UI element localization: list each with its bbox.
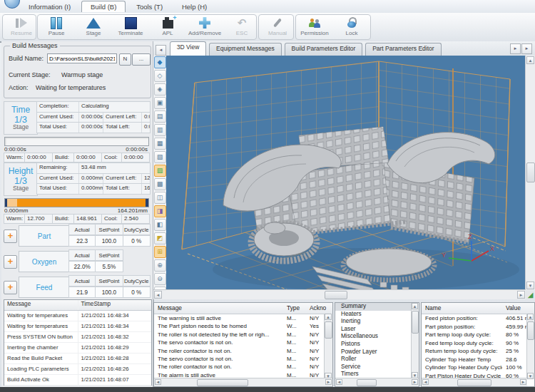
time-wbc-row: Warm: 0:00:00 Build: 0:00:00 Cool: 0:00:…	[4, 153, 150, 163]
group-item-powder-layer[interactable]: Powder Layer	[335, 349, 419, 356]
build-messages-title: Build Messages	[10, 42, 60, 49]
viewport-hscrollbar[interactable]: ◄ ►	[153, 289, 526, 299]
permission-button[interactable]: Permission	[296, 15, 333, 39]
terminate-button[interactable]: Terminate	[112, 15, 149, 39]
tab-part-parameters-editor[interactable]: Part Parameters Editor	[365, 43, 441, 56]
highlight-icon[interactable]: ◩	[154, 232, 166, 244]
menu-build[interactable]: Build (B)	[81, 1, 126, 12]
wireframe-icon[interactable]: ▧	[154, 151, 166, 163]
group-item-service[interactable]: Service	[335, 363, 419, 371]
params-header[interactable]: Name Value	[422, 303, 534, 314]
shaded-view-icon[interactable]: ▨	[154, 165, 166, 177]
oxygen-expand-button[interactable]: +	[4, 255, 17, 269]
show-parts-icon[interactable]: ◫	[154, 192, 166, 204]
alert-row[interactable]: The servo contactor is not on.M...N/Y	[154, 355, 332, 363]
viewport-vscrollbar[interactable]: ▲ ▼	[525, 56, 535, 290]
build-chamber-3d-scene[interactable]: Z X Y	[166, 56, 526, 290]
group-item-laser[interactable]: Laser	[335, 326, 419, 334]
log-row[interactable]: Waiting for temperatures1/21/2021 16:48:…	[4, 311, 151, 321]
log-row[interactable]: Read the Build Packet1/21/2021 16:48:28	[4, 354, 151, 364]
param-row[interactable]: Feed piston position:406.51 mm	[422, 314, 534, 323]
stage-button[interactable]: Stage	[75, 15, 112, 39]
add-remove-icon	[199, 16, 210, 29]
param-row[interactable]: Cylinder Top Heater Temp28.6	[422, 356, 534, 364]
param-row[interactable]: Return temp loop duty cycle:25 %	[422, 347, 534, 356]
log-row[interactable]: Loading PLC parameters1/21/2021 16:48:26	[4, 364, 151, 375]
manual-button[interactable]: Manual	[259, 15, 296, 39]
alert-row[interactable]: The Part piston needs to be homedW...Yes	[154, 322, 332, 330]
group-item-miscellaneous[interactable]: Miscellaneous	[335, 333, 419, 341]
view-back-icon[interactable]: ▣	[154, 97, 166, 109]
alert-row[interactable]: The roller contactor is not on.M...N/Y	[154, 363, 332, 371]
group-item-heaters[interactable]: Heaters	[335, 311, 419, 319]
height-block: Height 1/3 Stage Remaining:53.48 mm Curr…	[1, 163, 153, 221]
fill-icon[interactable]: ⊞	[154, 246, 166, 258]
zoom-in-icon[interactable]: ⊕	[154, 259, 166, 272]
bounding-box-icon[interactable]: ◧	[154, 219, 166, 231]
tab-3d-view[interactable]: 3D View	[170, 41, 207, 56]
alert-row[interactable]: The roller is not detected by the left o…	[154, 331, 332, 339]
param-row[interactable]: Part piston position:459.99 mm	[422, 323, 534, 331]
feed-expand-button[interactable]: +	[4, 281, 17, 294]
build-name-n-button[interactable]: N	[119, 53, 131, 66]
layers-icon[interactable]: ▩	[154, 178, 166, 190]
time-progress-bar	[4, 137, 149, 146]
menu-help[interactable]: Help (H)	[173, 1, 215, 12]
groups-hscrollbar[interactable]: ◄ ►	[335, 378, 419, 386]
height-progress-bar	[4, 198, 149, 207]
build-log-header[interactable]: Message TimeStamp	[4, 300, 151, 311]
permission-icon	[309, 16, 320, 29]
view-left-icon[interactable]: ▤	[154, 110, 166, 123]
log-row[interactable]: Build Activate Ok1/21/2021 16:48:07	[4, 375, 151, 386]
view-top-icon[interactable]: ◇	[154, 70, 166, 82]
pause-button[interactable]: Pause	[38, 15, 75, 39]
tab-scroll-left-button[interactable]: ◄	[156, 45, 166, 56]
time-stage-header: Time 1/3 Stage	[4, 101, 38, 135]
params-hscrollbar[interactable]: ◄ ►	[422, 378, 527, 386]
group-item-pistons[interactable]: Pistons	[335, 341, 419, 349]
app-orb-icon[interactable]	[4, 0, 20, 9]
group-item-inerting[interactable]: Inerting	[335, 318, 419, 326]
tab-scroll-end-button[interactable]: ►	[521, 43, 532, 54]
tab-equipment-messages[interactable]: Equipment Messages	[209, 43, 282, 56]
view-right-icon[interactable]: ▥	[154, 124, 166, 136]
alert-row[interactable]: The roller contactor is not on.M...N/Y	[154, 347, 332, 355]
log-row[interactable]: Inerting the chamber1/21/2021 16:48:29	[4, 343, 151, 354]
param-row[interactable]: Part temp loop duty cycle:80 %	[422, 331, 534, 339]
alerts-header[interactable]: Message Type Ackno	[154, 303, 332, 314]
tab-build-parameters-editor[interactable]: Build Parameters Editor	[285, 43, 363, 56]
view-iso-icon[interactable]: ◆	[154, 56, 166, 68]
menu-tools[interactable]: Tools (T)	[128, 1, 171, 12]
height-wbc-row: Warm: 12.700 Build: 148.961 Cool: 2.540	[4, 214, 150, 224]
group-item-roller[interactable]: Roller	[335, 356, 419, 363]
tab-scroll-right-button[interactable]: ►	[510, 43, 521, 54]
alert-row[interactable]: The warning is still activeM...N/Y	[154, 314, 332, 322]
part-expand-button[interactable]: +	[4, 229, 17, 243]
alert-row[interactable]: The servo contactor is not on.M...N/Y	[154, 339, 332, 346]
view-bottom-icon[interactable]: ▦	[154, 138, 166, 150]
log-row[interactable]: Press SYSTEM ON button1/21/2021 16:48:32	[4, 332, 151, 343]
menu-information[interactable]: Information (I)	[20, 1, 79, 12]
alerts-hscrollbar[interactable]: ◄ ►	[154, 378, 332, 386]
params-vscrollbar[interactable]: ▲ ▼	[526, 314, 534, 379]
terminate-icon	[125, 16, 137, 29]
resume-button[interactable]: Resume	[3, 15, 40, 39]
param-row[interactable]: Cylinder Top Heater Duty Cycle100 %	[422, 363, 534, 372]
build-name-input[interactable]	[47, 53, 117, 63]
zoom-out-icon[interactable]: ⊖	[154, 273, 166, 285]
build-name-browse-button[interactable]: ...	[132, 53, 151, 66]
apl-button[interactable]: APL	[149, 15, 186, 39]
log-row[interactable]: Waiting for temperatures1/21/2021 16:48:…	[4, 321, 151, 332]
apl-icon	[163, 16, 173, 29]
esc-button[interactable]: ↶ ESC	[223, 15, 260, 39]
show-chamber-icon[interactable]: ◨	[154, 205, 166, 217]
add-remove-button[interactable]: Add/Remove	[186, 15, 223, 39]
view-front-icon[interactable]: ◈	[154, 83, 166, 96]
view-toolbar: ◆ ◇ ◈ ▣ ▤ ▥ ▦ ▧ ▨ ▩ ◫ ◨ ◧ ◩ ⊞ ⊕ ⊖ ⊛	[153, 56, 167, 290]
groups-vscrollbar[interactable]: ▲ ▼	[411, 303, 419, 378]
group-item-summary[interactable]: Summary	[335, 303, 419, 311]
param-row[interactable]: Feed temp loop duty cycle:90 %	[422, 339, 534, 348]
resize-grip-icon[interactable]: ◢	[526, 290, 535, 299]
lock-button[interactable]: Lock	[333, 15, 370, 39]
alerts-vscrollbar[interactable]: ▲ ▼	[324, 314, 332, 379]
